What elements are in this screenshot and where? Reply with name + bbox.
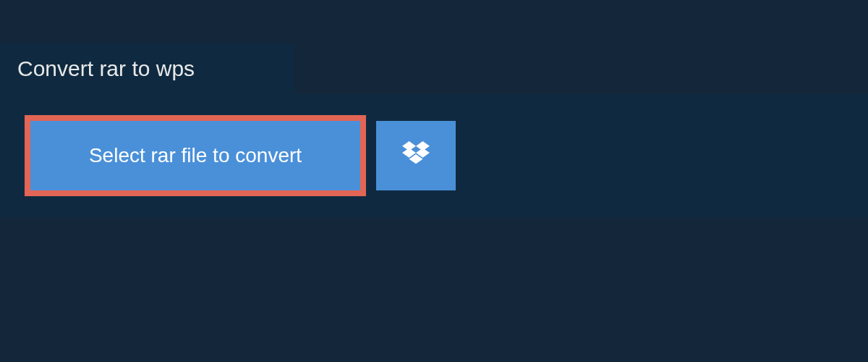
select-file-label: Select rar file to convert [89,144,302,167]
tab-convert[interactable]: Convert rar to wps [0,43,294,94]
converter-panel: Select rar file to convert [0,94,868,217]
lower-area [0,217,868,362]
tab-label: Convert rar to wps [17,56,195,80]
dropbox-button[interactable] [376,121,456,190]
tab-bar: Convert rar to wps [0,43,868,94]
select-file-button[interactable]: Select rar file to convert [25,115,366,196]
top-spacer [0,0,868,43]
dropbox-icon [402,141,430,170]
